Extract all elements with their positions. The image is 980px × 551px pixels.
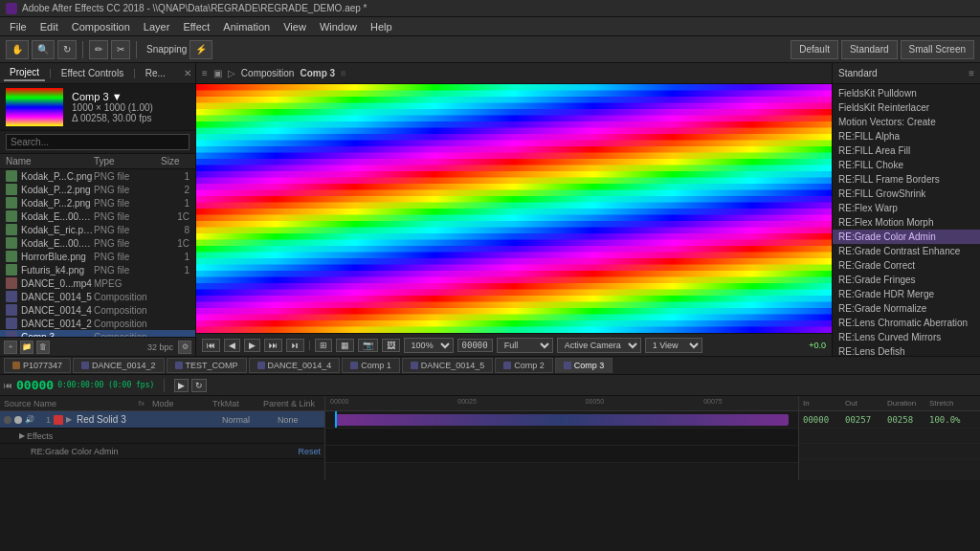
effects-expand[interactable]: ▶ xyxy=(19,431,25,440)
menu-animation[interactable]: Animation xyxy=(217,19,276,34)
views-select[interactable]: 1 View 2 Views 4 Views xyxy=(645,338,702,353)
file-item-4[interactable]: Kodak_E_ric.png PNG file 8 xyxy=(0,223,195,236)
effect-item-17[interactable]: RE:Lens Curved Mirrors xyxy=(833,330,980,344)
file-item-11[interactable]: DANCE_0014_2 Composition xyxy=(0,317,195,330)
menu-file[interactable]: File xyxy=(4,19,33,34)
effect-item-12[interactable]: RE:Grade Correct xyxy=(833,258,980,273)
bottom-tab-6[interactable]: Comp 2 xyxy=(495,358,553,373)
audio-btn-1[interactable]: 🔊 xyxy=(25,415,34,424)
effect-item-2[interactable]: Motion Vectors: Create xyxy=(833,115,980,129)
camera-select[interactable]: Active Camera xyxy=(557,338,641,353)
menu-view[interactable]: View xyxy=(278,19,312,34)
btn-next-frame[interactable]: ▶ xyxy=(244,339,260,352)
search-input[interactable] xyxy=(6,134,189,150)
solo-btn-1[interactable] xyxy=(4,416,11,424)
playhead[interactable] xyxy=(335,411,337,428)
menu-layer[interactable]: Layer xyxy=(138,19,176,34)
settings-btn[interactable]: ⚙ xyxy=(178,341,191,354)
effect-item-14[interactable]: RE:Grade HDR Merge xyxy=(833,287,980,301)
tool-zoom[interactable]: 🔍 xyxy=(32,40,55,59)
file-name-7: Futuris_k4.png xyxy=(21,265,94,276)
effect-item-13[interactable]: RE:Grade Fringes xyxy=(833,273,980,287)
tool-rotate[interactable]: ↻ xyxy=(57,40,77,59)
effect-item-0[interactable]: FieldsKit Pulldown xyxy=(833,86,980,100)
btn-show-snapshot[interactable]: 🖼 xyxy=(382,339,400,352)
effect-item-3[interactable]: RE:FILL Alpha xyxy=(833,129,980,143)
file-name-2: Kodak_P...2.png xyxy=(21,198,94,209)
vis-btn-1[interactable] xyxy=(14,416,22,424)
workspace-standard[interactable]: Standard xyxy=(841,40,898,59)
effect-item-4[interactable]: RE:FILL Area Fill xyxy=(833,143,980,158)
file-item-2[interactable]: Kodak_P...2.png PNG file 1 xyxy=(0,196,195,209)
file-item-0[interactable]: Kodak_P...C.png PNG file 1 xyxy=(0,169,195,183)
tab-project[interactable]: Project xyxy=(4,65,45,81)
effect-item-18[interactable]: RE:Lens Defish xyxy=(833,344,980,356)
effect-item-6[interactable]: RE:FILL Frame Borders xyxy=(833,172,980,187)
bottom-tab-0[interactable]: P1077347 xyxy=(4,358,71,373)
panel-close[interactable]: ✕ xyxy=(184,68,191,78)
tab-re[interactable]: Re... xyxy=(140,66,171,80)
effect-item-10[interactable]: RE:Grade Color Admin xyxy=(833,230,980,244)
effect-item-9[interactable]: RE:Flex Motion Morph xyxy=(833,215,980,230)
file-item-10[interactable]: DANCE_0014_4 Composition xyxy=(0,303,195,317)
file-size-0: 1 xyxy=(161,171,189,182)
current-time-display[interactable]: 00000 xyxy=(16,378,54,392)
effect-item-1[interactable]: FieldsKit Reinterlacer xyxy=(833,100,980,115)
effect-item-11[interactable]: RE:Grade Contrast Enhance xyxy=(833,244,980,258)
file-item-3[interactable]: Kodak_E...00.png PNG file 1C xyxy=(0,209,195,223)
layer-trkmat-1[interactable]: None xyxy=(278,415,321,425)
menu-help[interactable]: Help xyxy=(365,19,398,34)
effect-item-7[interactable]: RE:FILL GrowShrink xyxy=(833,187,980,201)
effect-item-16[interactable]: RE:Lens Chromatic Aberration xyxy=(833,316,980,330)
tool-select[interactable]: ✋ xyxy=(6,40,29,59)
btn-snapshot[interactable]: 📷 xyxy=(358,339,378,352)
right-panel-menu[interactable]: ≡ xyxy=(969,68,974,78)
menu-effect[interactable]: Effect xyxy=(177,19,215,34)
effect-item-15[interactable]: RE:Grade Normalize xyxy=(833,301,980,316)
snapping-toggle[interactable]: ⚡ xyxy=(189,40,212,59)
btn-prev-frame[interactable]: ◀ xyxy=(224,339,240,352)
btn-regions[interactable]: ▦ xyxy=(336,339,354,352)
file-item-1[interactable]: Kodak_P...2.png PNG file 2 xyxy=(0,183,195,196)
tl-right-header: In Out Duration Stretch xyxy=(799,396,980,411)
file-item-12[interactable]: Comp 3 Composition xyxy=(0,330,195,337)
effect-item-5[interactable]: RE:FILL Choke xyxy=(833,158,980,172)
btn-end[interactable]: ⏭ xyxy=(264,339,282,352)
quality-select[interactable]: Full Half Quarter xyxy=(497,338,553,353)
tool-brush[interactable]: ✏ xyxy=(89,40,108,59)
btn-ram-preview[interactable]: ⏯ xyxy=(286,339,304,352)
marker-3: 00075 xyxy=(703,398,722,405)
new-item-btn[interactable]: + xyxy=(4,341,17,354)
file-item-6[interactable]: HorrorBlue.png PNG file 1 xyxy=(0,250,195,263)
file-item-9[interactable]: DANCE_0014_5 Composition xyxy=(0,290,195,303)
bottom-tab-4[interactable]: Comp 1 xyxy=(342,358,400,373)
btn-play[interactable]: ⏮ xyxy=(202,339,220,352)
bottom-tab-1[interactable]: DANCE_0014_2 xyxy=(73,358,165,373)
tl-loop[interactable]: ↻ xyxy=(191,379,207,392)
layer-expand-1[interactable]: ▶ xyxy=(66,415,72,424)
menu-composition[interactable]: Composition xyxy=(66,19,136,34)
comp-name[interactable]: Comp 3 ▼ xyxy=(72,91,153,102)
bottom-tab-5[interactable]: DANCE_0014_5 xyxy=(402,358,494,373)
menu-edit[interactable]: Edit xyxy=(34,19,64,34)
workspace-small[interactable]: Small Screen xyxy=(901,40,974,59)
tl-play[interactable]: ▶ xyxy=(174,379,189,392)
bottom-tab-2[interactable]: TEST_COMP xyxy=(167,358,247,373)
track-bar-1[interactable] xyxy=(335,414,789,426)
file-item-7[interactable]: Futuris_k4.png PNG file 1 xyxy=(0,263,195,276)
btn-grid[interactable]: ⊞ xyxy=(315,339,332,352)
menu-window[interactable]: Window xyxy=(314,19,363,34)
workspace-default[interactable]: Default xyxy=(791,40,838,59)
bottom-tab-7[interactable]: Comp 3 xyxy=(555,358,613,373)
bottom-tab-3[interactable]: DANCE_0014_4 xyxy=(249,358,341,373)
effect-item-8[interactable]: RE:Flex Warp xyxy=(833,201,980,215)
tab-effect-controls[interactable]: Effect Controls xyxy=(56,66,129,80)
folder-btn[interactable]: 📁 xyxy=(20,341,33,354)
tool-clone[interactable]: ✂ xyxy=(111,40,130,59)
reset-btn[interactable]: Reset xyxy=(298,447,321,456)
zoom-select[interactable]: 100% 50% 200% xyxy=(404,338,454,353)
delete-btn[interactable]: 🗑 xyxy=(36,341,50,354)
file-item-8[interactable]: DANCE_0...mp4 MPEG xyxy=(0,276,195,290)
file-item-5[interactable]: Kodak_E...00.png PNG file 1C xyxy=(0,236,195,250)
layer-mode-1[interactable]: Normal xyxy=(222,415,275,425)
